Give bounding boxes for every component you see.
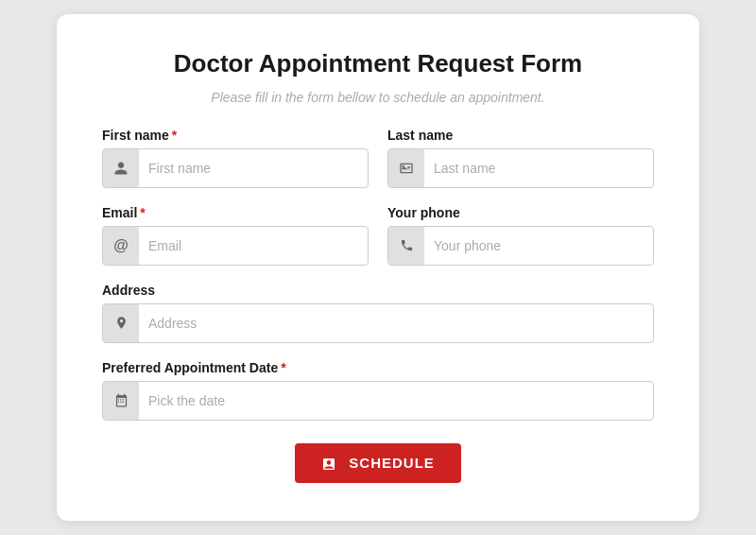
form-title: Doctor Appointment Request Form bbox=[102, 48, 654, 80]
calendar-icon bbox=[103, 382, 139, 420]
form-subtitle: Please fill in the form bellow to schedu… bbox=[102, 90, 654, 105]
address-input[interactable] bbox=[139, 304, 653, 342]
phone-input-wrapper bbox=[387, 226, 654, 266]
location-icon bbox=[103, 304, 139, 342]
phone-group: Your phone bbox=[387, 205, 654, 266]
address-group: Address bbox=[102, 283, 654, 343]
address-input-wrapper bbox=[102, 303, 654, 343]
last-name-group: Last name bbox=[387, 128, 654, 188]
required-star-email: * bbox=[140, 205, 145, 220]
appointment-date-label: Preferred Appointment Date* bbox=[102, 360, 654, 375]
form-card: Doctor Appointment Request Form Please f… bbox=[57, 14, 699, 521]
last-name-input[interactable] bbox=[424, 149, 653, 187]
email-input[interactable] bbox=[139, 227, 368, 265]
id-card-icon bbox=[388, 149, 424, 187]
schedule-button[interactable]: SCHEDULE bbox=[295, 443, 461, 483]
appointment-date-group: Preferred Appointment Date* bbox=[102, 360, 654, 421]
person-icon bbox=[103, 149, 139, 187]
name-row: First name* Last name bbox=[102, 128, 654, 188]
email-group: Email* @ bbox=[102, 205, 369, 266]
email-input-wrapper: @ bbox=[102, 226, 369, 266]
submit-row: SCHEDULE bbox=[102, 443, 654, 483]
phone-label: Your phone bbox=[387, 205, 654, 220]
phone-icon bbox=[388, 227, 424, 265]
first-name-input-wrapper bbox=[102, 148, 369, 188]
date-input[interactable] bbox=[139, 382, 653, 420]
first-name-label: First name* bbox=[102, 128, 369, 143]
email-label: Email* bbox=[102, 205, 369, 220]
address-label: Address bbox=[102, 283, 654, 298]
date-row: Preferred Appointment Date* bbox=[102, 360, 654, 421]
first-name-input[interactable] bbox=[139, 149, 368, 187]
required-star-first-name: * bbox=[172, 128, 177, 143]
date-input-wrapper bbox=[102, 381, 654, 421]
at-icon: @ bbox=[103, 227, 139, 265]
last-name-label: Last name bbox=[387, 128, 654, 143]
schedule-btn-label: SCHEDULE bbox=[349, 455, 435, 471]
first-name-group: First name* bbox=[102, 128, 369, 188]
schedule-btn-icon bbox=[321, 455, 341, 471]
address-row: Address bbox=[102, 283, 654, 343]
required-star-date: * bbox=[281, 360, 285, 375]
last-name-input-wrapper bbox=[387, 148, 654, 188]
phone-input[interactable] bbox=[424, 227, 653, 265]
email-phone-row: Email* @ Your phone bbox=[102, 205, 654, 266]
